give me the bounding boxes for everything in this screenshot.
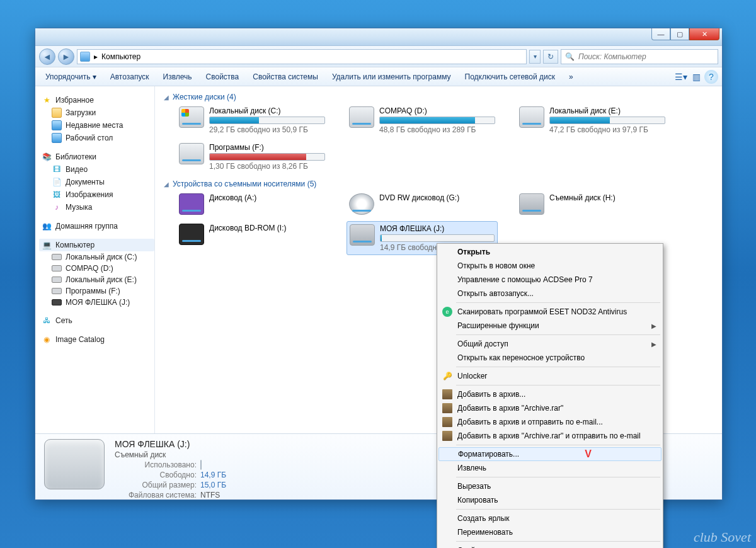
- tb-system-properties[interactable]: Свойства системы: [246, 70, 324, 84]
- drive-item[interactable]: Дисковод BD-ROM (I:): [176, 221, 328, 255]
- toolbar: Упорядочить ▾ Автозапуск Извлечь Свойств…: [35, 67, 722, 86]
- tb-properties[interactable]: Свойства: [200, 70, 246, 84]
- sidebar-item-documents[interactable]: 📄Документы: [39, 176, 154, 188]
- sidebar-item-video[interactable]: 🎞Видео: [39, 163, 154, 176]
- sidebar-favorites[interactable]: ★Избранное: [39, 94, 154, 106]
- menu-item[interactable]: Добавить в архив "Archive.rar": [438, 401, 662, 415]
- sidebar-drive-c[interactable]: Локальный диск (C:): [39, 251, 154, 263]
- capacity-bar: [549, 117, 665, 124]
- sidebar-drive-e[interactable]: Локальный диск (E:): [39, 274, 154, 285]
- search-icon: 🔍: [565, 52, 575, 61]
- hdd-icon: [179, 143, 204, 164]
- forward-button[interactable]: ►: [58, 49, 74, 65]
- view-options-icon[interactable]: ☰▾: [674, 70, 688, 84]
- sidebar-item-recent[interactable]: Недавние места: [39, 119, 154, 132]
- tb-autoplay[interactable]: Автозапуск: [104, 70, 156, 84]
- sidebar-item-desktop[interactable]: Рабочий стол: [39, 132, 154, 144]
- drive-item[interactable]: Программы (F:) 1,30 ГБ свободно из 8,26 …: [176, 140, 328, 173]
- menu-item[interactable]: Открыть автозапуск...: [438, 287, 662, 300]
- refresh-button[interactable]: ↻: [543, 50, 558, 64]
- section-removable[interactable]: ◢ Устройства со съемными носителями (5): [159, 180, 716, 188]
- drive-item[interactable]: COMPAQ (D:) 48,8 ГБ свободно из 289 ГБ: [346, 104, 498, 137]
- network-icon: 🖧: [42, 316, 52, 326]
- menu-item-label: Вырезать: [457, 482, 491, 491]
- menu-item-label: Управление с помощью ACDSee Pro 7: [457, 275, 593, 284]
- sidebar-network[interactable]: 🖧Сеть: [39, 314, 154, 327]
- menu-item[interactable]: Открыть: [438, 245, 662, 259]
- menu-item[interactable]: Вырезать: [438, 479, 662, 493]
- menu-item[interactable]: Открыть в новом окне: [438, 259, 662, 273]
- menu-item[interactable]: Форматировать...V: [438, 447, 662, 461]
- menu-item[interactable]: Расширенные функции▶: [438, 319, 662, 333]
- menu-item[interactable]: Создать ярлык: [438, 511, 662, 525]
- sidebar-item-pictures[interactable]: 🖼Изображения: [39, 188, 154, 201]
- minimize-button[interactable]: —: [651, 28, 670, 40]
- drive-name: Дисковод (A:): [209, 193, 325, 202]
- menu-item[interactable]: Открыть как переносное устройство: [438, 351, 662, 365]
- eset-icon: e: [442, 307, 452, 317]
- menu-item-label: Добавить в архив и отправить по e-mail..…: [457, 418, 603, 426]
- tb-organize[interactable]: Упорядочить ▾: [39, 70, 103, 84]
- folder-icon: [52, 108, 62, 118]
- drive-item[interactable]: Дисковод (A:): [176, 191, 328, 217]
- hdd-icon: [52, 288, 62, 294]
- help-icon[interactable]: ?: [704, 70, 718, 84]
- drive-item[interactable]: Локальный диск (E:) 47,2 ГБ свободно из …: [517, 104, 668, 137]
- pictures-icon: 🖼: [52, 190, 62, 200]
- winrar-icon: [442, 403, 452, 413]
- preview-pane-icon[interactable]: ▥: [689, 70, 703, 84]
- sidebar-drive-f[interactable]: Программы (F:): [39, 285, 154, 297]
- key-icon: 🔑: [442, 371, 452, 381]
- video-icon: 🎞: [52, 164, 62, 174]
- tb-map-drive[interactable]: Подключить сетевой диск: [459, 70, 561, 84]
- search-input[interactable]: 🔍 Поиск: Компьютер: [561, 49, 718, 64]
- drive-item[interactable]: Съемный диск (H:): [517, 191, 668, 217]
- menu-item[interactable]: Добавить в архив...: [438, 387, 662, 401]
- section-hdd[interactable]: ◢ Жесткие диски (4): [159, 93, 716, 101]
- sidebar-homegroup[interactable]: 👥Домашняя группа: [39, 220, 154, 232]
- drive-subtitle: 29,2 ГБ свободно из 50,9 ГБ: [209, 125, 325, 134]
- desktop-icon: [52, 133, 62, 143]
- close-button[interactable]: ✕: [689, 28, 719, 40]
- capacity-bar: [209, 117, 325, 124]
- menu-item[interactable]: 🔑Unlocker: [438, 369, 662, 383]
- menu-item[interactable]: Свойства: [438, 544, 662, 548]
- menu-item[interactable]: Копировать: [438, 493, 662, 507]
- maximize-button[interactable]: ▢: [670, 28, 689, 40]
- collapse-icon: ◢: [164, 94, 169, 101]
- menu-item-label: Переименовать: [457, 528, 513, 537]
- menu-item[interactable]: Управление с помощью ACDSee Pro 7: [438, 273, 662, 287]
- usb-icon: [519, 193, 544, 215]
- menu-item[interactable]: eСканировать программой ESET NOD32 Antiv…: [438, 305, 662, 319]
- back-button[interactable]: ◄: [39, 49, 55, 65]
- menu-item[interactable]: Общий доступ▶: [438, 337, 662, 351]
- homegroup-icon: 👥: [42, 221, 52, 231]
- sidebar-libraries[interactable]: 📚Библиотеки: [39, 151, 154, 163]
- menu-item[interactable]: Добавить в архив и отправить по e-mail..…: [438, 415, 662, 429]
- winrar-icon: [442, 417, 452, 427]
- sidebar-item-downloads[interactable]: Загрузки: [39, 106, 154, 119]
- menu-separator: [456, 367, 660, 367]
- menu-item[interactable]: Добавить в архив "Archive.rar" и отправи…: [438, 429, 662, 443]
- menu-item[interactable]: Извлечь: [438, 461, 662, 475]
- tb-overflow[interactable]: »: [563, 70, 580, 84]
- menu-item[interactable]: Переименовать: [438, 525, 662, 539]
- drive-item[interactable]: Локальный диск (C:) 29,2 ГБ свободно из …: [176, 104, 328, 137]
- menu-item-label: Добавить в архив...: [457, 390, 525, 399]
- menu-separator: [456, 477, 660, 477]
- tb-uninstall[interactable]: Удалить или изменить программу: [326, 70, 457, 84]
- tb-eject[interactable]: Извлечь: [157, 70, 198, 84]
- sidebar-computer[interactable]: 💻Компьютер: [39, 239, 154, 251]
- context-menu: ОткрытьОткрыть в новом окнеУправление с …: [437, 243, 663, 548]
- address-dropdown[interactable]: ▾: [529, 50, 541, 64]
- drive-name: МОЯ ФЛЕШКА (J:): [380, 224, 495, 233]
- sidebar-drive-d[interactable]: COMPAQ (D:): [39, 263, 154, 274]
- drive-item[interactable]: DVD RW дисковод (G:): [346, 191, 498, 217]
- sidebar-item-music[interactable]: ♪Музыка: [39, 201, 154, 214]
- hdd-icon: [52, 254, 62, 260]
- sidebar-drive-j[interactable]: МОЯ ФЛЕШКА (J:): [39, 297, 154, 308]
- sidebar-image-catalog[interactable]: ◉Image Catalog: [39, 333, 154, 346]
- menu-item-label: Общий доступ: [457, 340, 508, 348]
- menu-item-label: Открыть как переносное устройство: [457, 353, 585, 362]
- address-bar[interactable]: ▸ Компьютер: [77, 49, 527, 64]
